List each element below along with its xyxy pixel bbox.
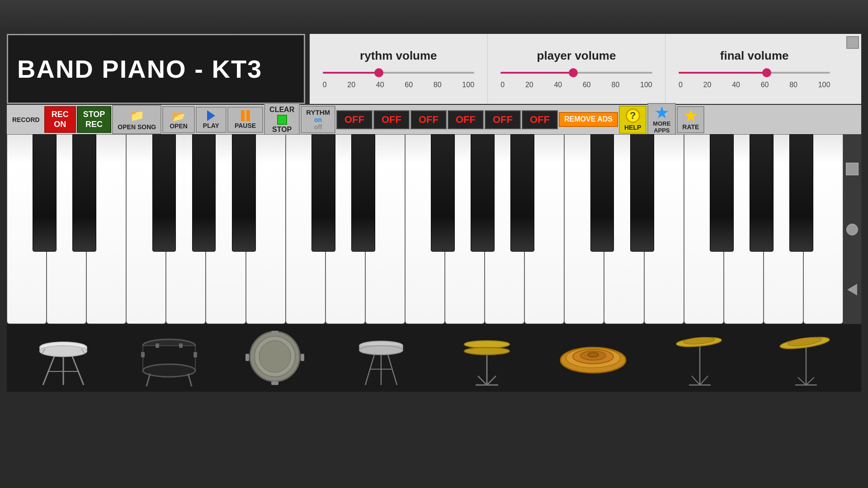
snare-stand-svg [34,328,93,387]
final-scale: 0 20 40 60 80 100 [679,81,830,89]
more-apps-star-icon: ★ [655,106,668,120]
off-button-5[interactable]: OFF [485,110,521,129]
floor-tom-svg [137,328,201,387]
rythm-on: on [314,116,322,123]
rec-on-button[interactable]: RECON [44,106,76,133]
volume-controls: rythm volume 0 20 40 60 80 100 player vo… [310,34,843,104]
main-content: BAND PIANO - KT3 rythm volume 0 20 40 60… [7,34,861,488]
open-button[interactable]: 📂 OPEN [162,106,195,133]
drum-cymbal[interactable] [541,328,645,387]
drum-hihat[interactable] [435,328,539,387]
final-volume-label: final volume [720,49,789,63]
player-thumb[interactable] [569,68,578,77]
drum-crash[interactable] [647,328,750,387]
drum-floor-tom[interactable] [117,328,221,387]
svg-point-11 [143,364,195,377]
svg-line-4 [72,357,84,385]
play-button[interactable]: PLAY [196,107,226,133]
rate-button[interactable]: ★ RATE [677,106,704,133]
rythm-label: RYTHM [306,108,330,116]
final-thumb[interactable] [762,68,771,77]
black-key-19[interactable] [789,134,813,252]
black-key-5[interactable] [232,134,256,252]
rate-star-icon: ★ [684,109,697,123]
svg-rect-15 [179,343,183,348]
pause-button[interactable]: PAUSE [227,107,263,133]
clear-stop-button[interactable]: CLEAR STOP [264,103,300,136]
remove-ads-button[interactable]: REMOVE ADS [559,112,618,127]
black-key-7[interactable] [311,134,335,252]
keys-container [7,134,843,324]
record-label: RECORD [9,116,43,123]
rythm-thumb[interactable] [374,68,383,77]
off-button-2[interactable]: OFF [373,110,410,129]
player-volume-slider[interactable] [500,68,652,77]
final-fill [679,72,767,74]
player-fill [500,72,573,74]
svg-rect-22 [271,381,278,385]
folder-icon: 📁 [130,108,144,122]
open-label: OPEN [170,122,188,130]
snare2-svg [354,328,408,387]
right-edge [843,134,861,324]
open-song-button[interactable]: 📁 OPEN SONG [112,105,161,134]
play-label: PLAY [203,122,219,129]
app-title: BAND PIANO - KT3 [17,54,262,84]
header-row: BAND PIANO - KT3 rythm volume 0 20 40 60… [7,34,861,104]
black-key-10[interactable] [431,134,455,252]
top-bar [0,0,868,34]
off-button-6[interactable]: OFF [522,110,558,129]
svg-rect-21 [271,331,278,334]
right-arrow-button[interactable] [847,284,857,296]
black-key-15[interactable] [630,134,654,252]
svg-line-29 [388,355,397,385]
clear-label: CLEAR [269,106,294,114]
black-key-0[interactable] [33,134,57,252]
svg-rect-24 [301,354,304,361]
off-button-3[interactable]: OFF [410,110,447,129]
black-key-17[interactable] [710,134,734,252]
player-scale: 0 20 40 60 80 100 [500,81,652,89]
off-button-4[interactable]: OFF [448,110,484,129]
black-key-14[interactable] [590,134,614,252]
play-icon [207,110,215,121]
rythm-fill [323,72,379,74]
piano-section [7,134,861,324]
svg-line-17 [188,374,192,386]
rythm-volume-label: rythm volume [360,49,437,63]
remove-ads-label: REMOVE ADS [564,115,613,123]
app-title-box: BAND PIANO - KT3 [7,34,305,104]
drum-snare2[interactable] [329,328,433,387]
rythm-volume-slider[interactable] [323,68,474,77]
drum-ride[interactable] [753,328,857,387]
svg-line-28 [365,355,374,385]
final-volume-slider[interactable] [679,68,830,77]
pause-icon [241,110,250,121]
svg-line-54 [806,377,814,385]
svg-point-2 [40,346,87,357]
black-key-12[interactable] [510,134,534,252]
right-square-button[interactable] [846,163,859,175]
svg-rect-14 [156,343,159,348]
black-key-1[interactable] [72,134,96,252]
small-square-button[interactable] [846,36,859,49]
black-key-3[interactable] [152,134,176,252]
right-circle-button[interactable] [846,224,858,235]
off-button-1[interactable]: OFF [336,110,373,129]
black-key-18[interactable] [750,134,774,252]
black-key-4[interactable] [192,134,216,252]
rate-label: RATE [682,123,699,131]
more-apps-button[interactable]: ★ MOREAPPS [647,103,676,136]
rythm-button[interactable]: RYTHM on off [301,106,335,133]
stop-label: STOP [272,126,292,134]
player-volume-label: player volume [537,49,616,63]
drum-snare-stand[interactable] [11,328,115,387]
more-apps-label: MOREAPPS [653,120,670,134]
help-label: HELP [624,124,641,131]
black-key-8[interactable] [351,134,375,252]
help-button[interactable]: ? HELP [619,106,646,134]
stop-rec-button[interactable]: STOPREC [77,106,112,133]
hihat-svg [460,328,514,387]
black-key-11[interactable] [471,134,495,252]
drum-bass[interactable] [223,328,327,387]
